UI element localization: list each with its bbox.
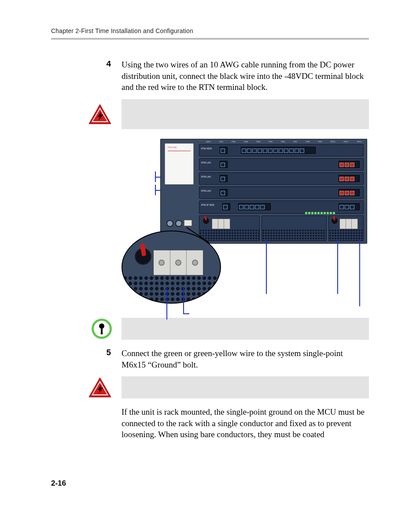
- status-led-strip: [305, 208, 342, 211]
- slot-rtm-ip-4000: RTM-IP 4000: [199, 201, 364, 214]
- svg-point-3: [99, 323, 104, 329]
- header-rule: [51, 38, 369, 40]
- svg-marker-5: [100, 334, 103, 334]
- psu-bay-right: [328, 215, 364, 241]
- step-5-text: Connect the green or green-yellow wire t…: [122, 348, 369, 370]
- top-port-labels: LAN 1 PRI1 PRI2 PRI3 PRI4 PRI5 PRI6 PRI7…: [206, 141, 362, 144]
- page: Chapter 2-First Time Installation and Co…: [0, 0, 420, 509]
- warning-callout-1: [51, 99, 369, 129]
- callout-line: [266, 239, 267, 294]
- page-number: 2-16: [51, 479, 66, 488]
- psu-bay-left: [199, 215, 260, 241]
- step-4-text: Using the two wires of an 10 AWG cable r…: [122, 59, 369, 93]
- zoom-switch: [135, 248, 151, 265]
- zoom-inset: [122, 230, 221, 304]
- ground-callout: [51, 318, 369, 340]
- slot-rtm-isdn: RTM ISDN: [199, 144, 364, 156]
- step-4-number: 4: [106, 59, 111, 68]
- step-4: 4 Using the two wires of an 10 AWG cable…: [51, 59, 369, 93]
- warning-callout-2: [51, 376, 369, 398]
- callout-line: [166, 287, 167, 320]
- brand-label: POLYCOM: [168, 146, 177, 149]
- callout-line: [183, 313, 189, 314]
- ground-note-paragraph: If the unit is rack mounted, the single-…: [122, 406, 369, 440]
- front-button-2: [175, 220, 182, 227]
- warning-callout-2-box: [122, 376, 369, 398]
- callout-line: [155, 190, 160, 191]
- ground-callout-box: [122, 318, 369, 340]
- device-chassis: POLYCOM LAN 1 PRI1 PRI2 PRI3 PRI4 PRI5 P…: [160, 139, 367, 244]
- step-5-number: 5: [106, 348, 111, 357]
- device-figure-wrap: POLYCOM LAN 1 PRI1 PRI2 PRI3 PRI4 PRI5 P…: [122, 137, 367, 313]
- esd-label: [184, 220, 192, 226]
- product-label-panel: POLYCOM: [165, 143, 194, 185]
- psu-bay-mid: [262, 215, 327, 241]
- slot-rtm-lan-1: RTM LAN: [199, 158, 364, 171]
- callout-line: [359, 239, 360, 306]
- front-button-1: [166, 220, 173, 227]
- psu-right-terminal-block: [339, 219, 358, 229]
- slot-rtm-lan-3: RTM LAN: [199, 186, 364, 199]
- chapter-header: Chapter 2-First Time Installation and Co…: [51, 27, 369, 34]
- device-figure: POLYCOM LAN 1 PRI1 PRI2 PRI3 PRI4 PRI5 P…: [122, 137, 367, 313]
- electrical-warning-icon: [88, 377, 112, 398]
- slot-rtm-lan-2: RTM LAN: [199, 172, 364, 185]
- ground-icon: [92, 319, 112, 339]
- electrical-warning-icon: [88, 104, 112, 125]
- psu-right-switch: [332, 218, 338, 224]
- callout-line: [155, 177, 160, 178]
- psu-left-terminal-block: [212, 219, 230, 229]
- warning-callout-1-box: [122, 99, 369, 129]
- step-5: 5 Connect the green or green-yellow wire…: [51, 348, 369, 370]
- zoom-terminal-block: [153, 250, 203, 275]
- callout-line: [337, 239, 338, 294]
- psu-left-switch: [203, 218, 209, 224]
- svg-rect-4: [101, 328, 103, 334]
- callout-line: [183, 287, 184, 314]
